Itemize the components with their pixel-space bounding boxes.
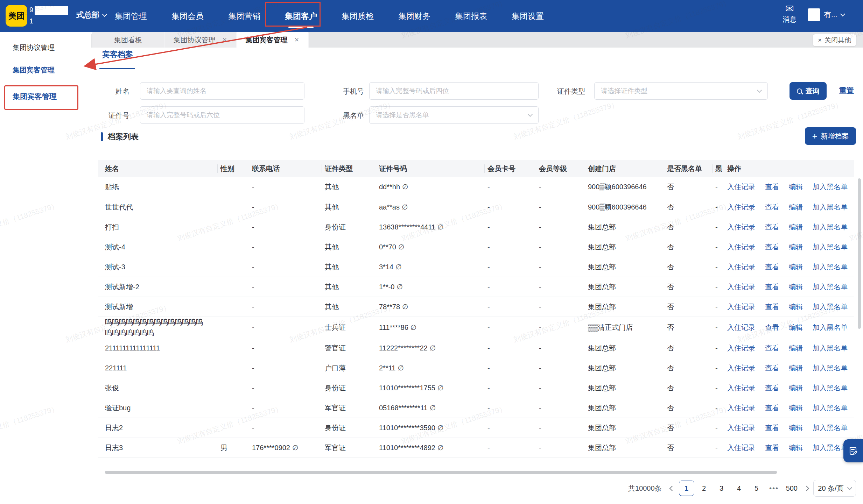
action-link[interactable]: 加入黑名单: [813, 202, 848, 212]
horizontal-scrollbar[interactable]: [105, 471, 777, 474]
sidebar-item[interactable]: 集团宾客管理: [0, 59, 91, 81]
vertical-scrollbar[interactable]: [858, 178, 861, 329]
eye-hidden-icon[interactable]: ∅: [437, 223, 443, 231]
cert-type-select[interactable]: 请选择证件类型: [594, 82, 768, 100]
eye-hidden-icon[interactable]: ∅: [402, 203, 408, 211]
action-link[interactable]: 入住记录: [727, 442, 755, 453]
nav-item[interactable]: 集团会员: [171, 0, 204, 32]
action-link[interactable]: 入住记录: [727, 182, 755, 192]
action-link[interactable]: 查看: [765, 202, 779, 212]
close-icon[interactable]: ×: [295, 35, 299, 44]
action-link[interactable]: 编辑: [789, 222, 803, 232]
action-link[interactable]: 查看: [765, 262, 779, 272]
eye-hidden-icon[interactable]: ∅: [292, 444, 298, 452]
action-link[interactable]: 编辑: [789, 182, 803, 192]
next-page-button[interactable]: [804, 485, 809, 491]
action-link[interactable]: 编辑: [789, 202, 803, 212]
action-link[interactable]: 查看: [765, 423, 779, 433]
action-link[interactable]: 加入黑名单: [813, 403, 848, 413]
reset-button[interactable]: 重置: [839, 86, 854, 95]
action-link[interactable]: 入住记录: [727, 242, 755, 252]
action-link[interactable]: 查看: [765, 383, 779, 393]
action-link[interactable]: 入住记录: [727, 282, 755, 292]
eye-hidden-icon[interactable]: ∅: [437, 444, 443, 452]
action-link[interactable]: 编辑: [789, 262, 803, 272]
action-link[interactable]: 查看: [765, 442, 779, 453]
cert-no-input[interactable]: [140, 106, 304, 124]
action-link[interactable]: 编辑: [789, 442, 803, 453]
page-number[interactable]: 500: [784, 481, 800, 496]
eye-hidden-icon[interactable]: ∅: [395, 263, 401, 271]
action-link[interactable]: 查看: [765, 363, 779, 373]
eye-hidden-icon[interactable]: ∅: [411, 324, 416, 331]
action-link[interactable]: 加入黑名单: [813, 222, 848, 232]
action-link[interactable]: 加入黑名单: [813, 423, 848, 433]
action-link[interactable]: 编辑: [789, 282, 803, 292]
org-switcher[interactable]: 式总部: [76, 10, 106, 20]
action-link[interactable]: 入住记录: [727, 202, 755, 212]
close-others-button[interactable]: × 关闭其他: [813, 34, 856, 46]
action-link[interactable]: 加入黑名单: [813, 363, 848, 373]
eye-hidden-icon[interactable]: ∅: [398, 243, 404, 251]
eye-hidden-icon[interactable]: ∅: [398, 364, 404, 372]
nav-item[interactable]: 集团质检: [342, 0, 374, 32]
action-link[interactable]: 入住记录: [727, 403, 755, 413]
action-link[interactable]: 加入黑名单: [813, 301, 848, 312]
action-link[interactable]: 入住记录: [727, 363, 755, 373]
action-link[interactable]: 查看: [765, 222, 779, 232]
action-link[interactable]: 查看: [765, 282, 779, 292]
prev-page-button[interactable]: [669, 485, 675, 491]
action-link[interactable]: 编辑: [789, 343, 803, 353]
action-link[interactable]: 编辑: [789, 322, 803, 333]
open-tab[interactable]: 集团宾客管理×: [237, 32, 309, 48]
action-link[interactable]: 查看: [765, 301, 779, 312]
close-icon[interactable]: ×: [223, 35, 227, 44]
action-link[interactable]: 入住记录: [727, 222, 755, 232]
eye-hidden-icon[interactable]: ∅: [430, 344, 436, 352]
action-link[interactable]: 查看: [765, 242, 779, 252]
phone-input[interactable]: [369, 82, 539, 100]
action-link[interactable]: 查看: [765, 403, 779, 413]
eye-hidden-icon[interactable]: ∅: [437, 424, 443, 432]
action-link[interactable]: 入住记录: [727, 383, 755, 393]
page-number[interactable]: 2: [696, 481, 712, 496]
action-link[interactable]: 加入黑名单: [813, 182, 848, 192]
blacklist-select[interactable]: 请选择是否黑名单: [369, 106, 539, 124]
feedback-note-button[interactable]: [843, 439, 863, 462]
action-link[interactable]: 加入黑名单: [813, 282, 848, 292]
action-link[interactable]: 入住记录: [727, 322, 755, 333]
eye-hidden-icon[interactable]: ∅: [402, 183, 408, 191]
action-link[interactable]: 加入黑名单: [813, 343, 848, 353]
tab-guest-archive[interactable]: 宾客档案: [102, 49, 133, 60]
action-link[interactable]: 编辑: [789, 242, 803, 252]
messages-button[interactable]: ✉ 消息: [780, 3, 799, 24]
action-link[interactable]: 加入黑名单: [813, 262, 848, 272]
eye-hidden-icon[interactable]: ∅: [430, 404, 436, 412]
page-number[interactable]: 3: [714, 481, 729, 496]
action-link[interactable]: 查看: [765, 322, 779, 333]
action-link[interactable]: 加入黑名单: [813, 242, 848, 252]
account-menu[interactable]: 有...: [808, 8, 844, 21]
page-number[interactable]: 1: [679, 481, 694, 496]
action-link[interactable]: 入住记录: [727, 301, 755, 312]
action-link[interactable]: 加入黑名单: [813, 322, 848, 333]
nav-item[interactable]: 集团营销: [228, 0, 260, 32]
page-size-select[interactable]: 20 条/页: [813, 480, 856, 497]
action-link[interactable]: 加入黑名单: [813, 383, 848, 393]
eye-hidden-icon[interactable]: ∅: [397, 283, 402, 291]
action-link[interactable]: 查看: [765, 182, 779, 192]
nav-item[interactable]: 集团客户: [285, 0, 317, 32]
eye-hidden-icon[interactable]: ∅: [402, 303, 408, 311]
action-link[interactable]: 入住记录: [727, 423, 755, 433]
action-link[interactable]: 入住记录: [727, 343, 755, 353]
open-tab[interactable]: 集团协议管理×: [164, 32, 237, 48]
add-archive-button[interactable]: + 新增档案: [805, 127, 856, 145]
open-tab[interactable]: 集团看板: [92, 32, 164, 48]
name-input[interactable]: [140, 82, 304, 100]
action-link[interactable]: 查看: [765, 343, 779, 353]
sidebar-item[interactable]: 集团协议管理: [0, 36, 91, 59]
nav-item[interactable]: 集团设置: [512, 0, 544, 32]
nav-item[interactable]: 集团管理: [115, 0, 147, 32]
action-link[interactable]: 编辑: [789, 423, 803, 433]
action-link[interactable]: 入住记录: [727, 262, 755, 272]
